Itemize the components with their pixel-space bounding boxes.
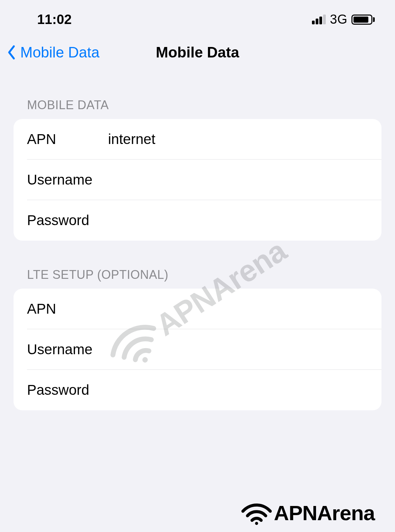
status-bar: 11:02 3G bbox=[0, 0, 395, 34]
input-lte-password[interactable] bbox=[108, 382, 368, 398]
wifi-icon bbox=[241, 500, 272, 525]
row-lte-apn[interactable]: APN bbox=[14, 289, 381, 329]
cellular-signal-icon bbox=[312, 15, 326, 24]
row-lte-username[interactable]: Username bbox=[14, 329, 381, 370]
svg-point-1 bbox=[255, 522, 258, 525]
input-mobile-data-apn[interactable] bbox=[108, 131, 368, 147]
section-mobile-data: MOBILE DATA APN Username Password bbox=[0, 98, 395, 241]
status-right: 3G bbox=[312, 12, 375, 27]
label-apn: APN bbox=[27, 131, 108, 147]
input-lte-username[interactable] bbox=[108, 341, 368, 358]
row-mobile-data-password[interactable]: Password bbox=[14, 200, 381, 241]
label-password: Password bbox=[27, 212, 108, 228]
row-lte-password[interactable]: Password bbox=[14, 370, 381, 410]
status-time: 11:02 bbox=[37, 12, 72, 27]
section-header-mobile-data: MOBILE DATA bbox=[0, 98, 395, 119]
label-lte-password: Password bbox=[27, 382, 108, 398]
input-mobile-data-username[interactable] bbox=[108, 172, 368, 188]
navigation-bar: Mobile Data Mobile Data bbox=[0, 34, 395, 71]
label-lte-username: Username bbox=[27, 341, 108, 358]
back-button[interactable]: Mobile Data bbox=[7, 44, 100, 61]
row-mobile-data-apn[interactable]: APN bbox=[14, 119, 381, 160]
label-username: Username bbox=[27, 172, 108, 188]
watermark-text-bottom: APNArena bbox=[274, 501, 375, 525]
section-header-lte-setup: LTE SETUP (OPTIONAL) bbox=[0, 268, 395, 289]
chevron-left-icon bbox=[7, 44, 17, 61]
section-body-lte-setup: APN Username Password bbox=[14, 289, 381, 410]
battery-icon bbox=[351, 15, 375, 25]
watermark-bottom: APNArena bbox=[241, 500, 375, 525]
back-button-label: Mobile Data bbox=[20, 44, 100, 61]
page-title: Mobile Data bbox=[156, 44, 239, 61]
network-type-label: 3G bbox=[330, 12, 347, 27]
input-lte-apn[interactable] bbox=[108, 301, 368, 317]
section-lte-setup: LTE SETUP (OPTIONAL) APN Username Passwo… bbox=[0, 268, 395, 410]
row-mobile-data-username[interactable]: Username bbox=[14, 160, 381, 200]
section-body-mobile-data: APN Username Password bbox=[14, 119, 381, 241]
label-lte-apn: APN bbox=[27, 301, 108, 317]
input-mobile-data-password[interactable] bbox=[108, 212, 368, 228]
